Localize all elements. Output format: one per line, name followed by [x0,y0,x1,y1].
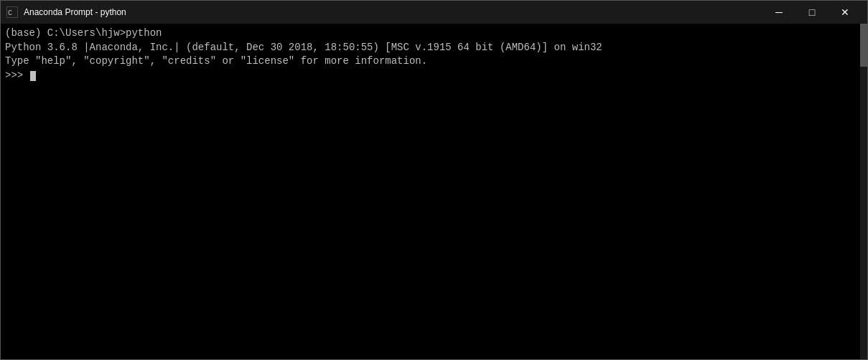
svg-text:C: C [8,9,12,17]
prompt-icon: C [6,6,18,18]
console-line-1: (base) C:\Users\hjw>python [5,27,863,41]
prompt-text: >>> [5,69,29,83]
title-bar-controls: ─ □ ✕ [762,1,862,24]
close-button[interactable]: ✕ [829,1,862,24]
console-line-3: Type "help", "copyright", "credits" or "… [5,55,863,69]
window: C Anaconda Prompt - python ─ □ ✕ (base) … [0,0,868,360]
title-bar: C Anaconda Prompt - python ─ □ ✕ [1,1,867,24]
title-bar-title: Anaconda Prompt - python [24,7,126,17]
minimize-button[interactable]: ─ [762,1,795,24]
title-bar-left: C Anaconda Prompt - python [6,6,126,18]
scrollbar[interactable] [860,24,867,359]
console-prompt-line: >>> [5,69,863,83]
console-line-2: Python 3.6.8 |Anaconda, Inc.| (default, … [5,41,863,55]
scrollbar-thumb[interactable] [860,24,867,67]
console-body[interactable]: (base) C:\Users\hjw>python Python 3.6.8 … [1,24,867,359]
maximize-button[interactable]: □ [795,1,829,24]
cursor [30,71,36,81]
